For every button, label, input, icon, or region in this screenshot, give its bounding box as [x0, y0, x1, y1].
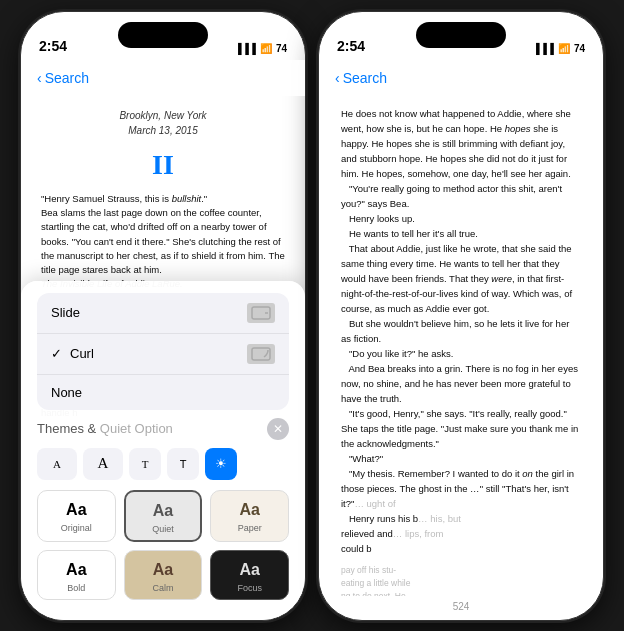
theme-swatches: Aa Original Aa Quiet Aa Paper Aa Bold Aa [37, 490, 289, 600]
nav-bar-left: ‹ Search [21, 60, 305, 96]
battery-icon: 74 [276, 43, 287, 54]
nav-bar-right: ‹ Search [319, 60, 603, 96]
overlay-panel: Slide ✓ Curl None Themes [21, 281, 305, 620]
status-icons-left: ▐▐▐ 📶 74 [235, 43, 287, 54]
themes-header: Themes & Quiet Option ✕ [37, 418, 289, 440]
font-sans-btn[interactable]: T [167, 448, 199, 480]
theme-bold[interactable]: Aa Bold [37, 550, 116, 600]
themes-title: Themes & Quiet Option [37, 421, 173, 436]
time-right: 2:54 [337, 38, 365, 54]
time-left: 2:54 [39, 38, 67, 54]
wifi-icon: 📶 [260, 43, 272, 54]
battery-icon-r: 74 [574, 43, 585, 54]
chevron-left-icon: ‹ [37, 70, 42, 86]
chapter-number: II [41, 143, 285, 186]
signal-icon: ▐▐▐ [235, 43, 256, 54]
theme-focus[interactable]: Aa Focus [210, 550, 289, 600]
theme-paper[interactable]: Aa Paper [210, 490, 289, 542]
chevron-left-icon-r: ‹ [335, 70, 340, 86]
slide-option-none[interactable]: None [37, 375, 289, 410]
back-button-right[interactable]: ‹ Search [335, 70, 387, 86]
slide-option-slide[interactable]: Slide [37, 293, 289, 334]
slide-option-curl[interactable]: ✓ Curl [37, 334, 289, 375]
chapter-location: Brooklyn, New YorkMarch 13, 2015 [41, 108, 285, 139]
back-button-left[interactable]: ‹ Search [37, 70, 89, 86]
theme-original[interactable]: Aa Original [37, 490, 116, 542]
dynamic-island-right [416, 22, 506, 48]
close-button[interactable]: ✕ [267, 418, 289, 440]
book-content-right: He does not know what happened to Addie,… [319, 96, 603, 596]
theme-quiet[interactable]: Aa Quiet [124, 490, 203, 542]
brightness-btn[interactable]: ☀ [205, 448, 237, 480]
right-phone: 2:54 ▐▐▐ 📶 74 ‹ Search He does not know … [318, 11, 604, 621]
page-number: 524 [453, 601, 470, 612]
slide-options: Slide ✓ Curl None [37, 293, 289, 410]
wifi-icon-r: 📶 [558, 43, 570, 54]
font-small-btn[interactable]: A [37, 448, 77, 480]
font-large-btn[interactable]: A [83, 448, 123, 480]
status-icons-right: ▐▐▐ 📶 74 [533, 43, 585, 54]
left-phone: 2:54 ▐▐▐ 📶 74 ‹ Search Brooklyn, New Yor… [20, 11, 306, 621]
font-controls: A A T T ☀ [37, 448, 289, 480]
font-serif-btn[interactable]: T [129, 448, 161, 480]
theme-calm[interactable]: Aa Calm [124, 550, 203, 600]
signal-icon-r: ▐▐▐ [533, 43, 554, 54]
slide-icon [247, 303, 275, 323]
dynamic-island-left [118, 22, 208, 48]
curl-icon [247, 344, 275, 364]
